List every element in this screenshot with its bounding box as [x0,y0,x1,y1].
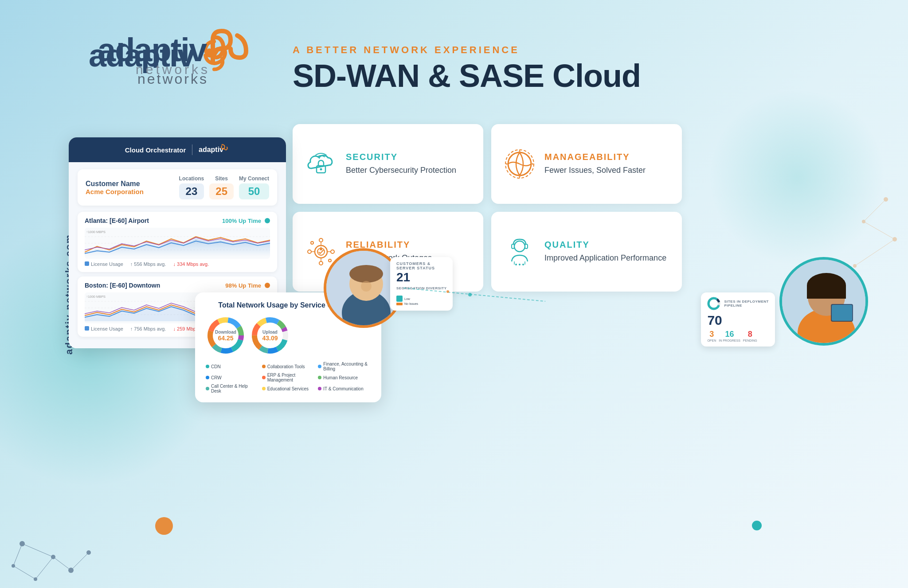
legend-finance: Finance, Accounting & Billing [318,362,371,371]
chart-atlanta-location: Atlanta: [E-60] Airport [85,217,149,224]
feature-title-security: SECURITY [346,152,456,162]
svg-line-10 [13,544,22,566]
svg-text:↑1000 MBPS: ↑1000 MBPS [86,230,106,234]
stat-locations-label: Locations [179,175,204,182]
chart-boston-uptime: 98% Up Time [225,282,261,289]
customer-name-value: Acme Corporation [86,188,144,195]
svg-line-17 [864,222,895,239]
feature-card-manageability: MANAGEABILITY Fewer Issues, Solved Faste… [491,124,682,204]
stat-sites: Sites 25 [209,175,234,199]
mini-card-deployment: SITES IN DEPLOYMENT PIPELINE 70 3 OPEN 1… [701,292,775,347]
header-divider [192,144,192,155]
svg-point-79 [361,281,372,292]
feature-desc-security: Better Cybersecurity Protection [346,165,456,176]
svg-line-16 [864,199,886,222]
svg-line-9 [71,553,89,570]
feature-content-quality: QUALITY Improved Application Performance [544,240,666,264]
chart-atlanta-uptime: 100% Up Time [222,218,261,224]
legend-education: Educational Services [262,384,315,393]
svg-line-18 [855,239,895,266]
svg-line-6 [22,544,53,557]
svg-rect-88 [807,285,846,299]
download-donut-label: Download 64.25 [206,315,246,355]
chart-atlanta-graph: ↑1000 MBPS [85,228,270,259]
usage-legend: CDN Collaboration Tools Finance, Account… [206,362,371,393]
stat-inprogress: 16 IN PROGRESS [719,330,740,342]
feature-desc-manageability: Fewer Issues, Solved Faster [544,165,646,176]
svg-point-12 [884,197,888,202]
svg-point-31 [329,259,331,262]
deployment-value: 70 [707,313,769,328]
svg-point-15 [853,264,857,268]
stat-myconnect-value: 50 [239,183,269,199]
svg-line-8 [53,557,71,570]
deployment-donut-icon [707,297,720,310]
svg-rect-38 [525,244,528,249]
svg-point-28 [319,238,323,242]
svg-point-5 [12,564,15,568]
svg-point-21 [320,168,322,171]
svg-rect-81 [396,303,403,305]
svg-point-40 [519,264,521,265]
tagline-area: A BETTER NETWORK EXPERIENCE SD-WAN & SAS… [293,44,855,93]
feature-title-quality: QUALITY [544,240,666,250]
svg-point-30 [311,241,313,244]
globe-icon [504,148,536,180]
stat-myconnect-label: My Connect [239,175,269,182]
dashboard-header-label: Cloud Orchestrator [125,146,186,154]
svg-point-26 [308,250,311,253]
chart-atlanta-legend: License Usage ↑ 556 Mbps avg. ↓ 334 Mbps… [85,261,270,267]
svg-point-0 [20,541,25,546]
stat-sites-value: 25 [209,183,234,199]
svg-point-27 [331,250,334,253]
stat-locations: Locations 23 [179,175,204,199]
svg-rect-80 [396,296,403,302]
logo-svg-icon [204,27,248,69]
svg-point-95 [468,293,472,296]
chart-boston-location: Boston: [E-60] Downtown [85,282,160,289]
mini-card-customers-value: 21 [396,270,446,284]
legend-it: IT & Communication [318,384,371,393]
stat-sites-label: Sites [209,175,234,182]
feature-content-security: SECURITY Better Cybersecurity Protection [346,152,456,176]
mini-card-customers: CUSTOMERS & SERVER STATUS 21 SEGREGATION… [390,257,453,311]
mini-donut: Low No Issues [396,292,423,305]
svg-point-4 [86,550,91,555]
tagline-subtitle: A BETTER NETWORK EXPERIENCE [293,44,855,56]
dashboard-header: Cloud Orchestrator adaptiv [69,137,286,162]
svg-point-41 [522,264,524,265]
legend-erp: ERP & Project Management [262,373,315,382]
legend-collab: Collaboration Tools [262,362,315,371]
svg-point-29 [319,261,323,265]
svg-rect-37 [512,244,514,249]
download-donut: Download 64.25 [206,315,246,355]
svg-line-7 [35,557,53,579]
svg-text:adaptiv: adaptiv [199,146,223,153]
upload-donut: Upload 43.09 [250,315,290,355]
deployment-stats: 3 OPEN 16 IN PROGRESS 8 PENDING [707,330,769,342]
legend-hr: Human Resource [318,373,371,382]
stat-open: 3 OPEN [707,330,716,342]
chart-atlanta: Atlanta: [E-60] Airport 100% Up Time ↑10… [78,212,277,272]
customer-info-row: Customer Name Acme Corporation Locations… [78,169,277,206]
security-icon [305,148,337,180]
feature-card-security: SECURITY Better Cybersecurity Protection [293,124,483,204]
tagline-main-title: SD-WAN & SASE Cloud [293,59,855,93]
legend-crw: CRW [206,373,258,382]
logo-container: adaptiv networks [98,31,248,77]
stat-pending: 8 PENDING [743,330,757,342]
mini-card-customers-label1: CUSTOMERS & [396,261,446,266]
feature-content-manageability: MANAGEABILITY Fewer Issues, Solved Faste… [544,152,646,176]
feature-card-quality: QUALITY Improved Application Performance [491,212,682,292]
upload-donut-label: Upload 43.09 [250,315,290,355]
stat-myconnect: My Connect 50 [239,175,269,199]
svg-point-14 [892,237,897,241]
person-circle-2 [779,257,868,346]
customer-name-label: Customer Name [86,180,144,188]
stat-locations-value: 23 [179,183,204,199]
svg-point-13 [862,220,865,223]
feature-desc-quality: Improved Application Performance [544,253,666,264]
legend-cdn: CDN [206,362,258,371]
svg-rect-90 [832,305,852,321]
svg-point-39 [515,264,517,265]
